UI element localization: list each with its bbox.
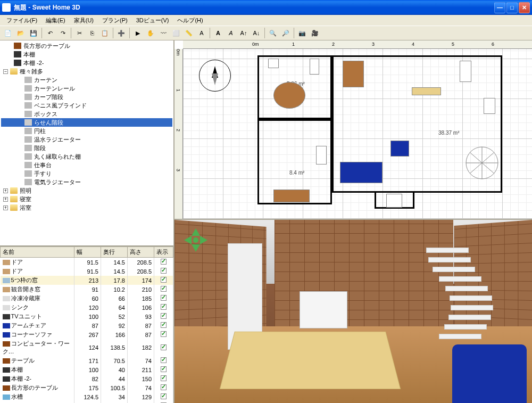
undo-button[interactable]: ↶: [44, 27, 56, 39]
tree-item[interactable]: 仕事台: [1, 161, 172, 169]
col-depth[interactable]: 奥行: [101, 247, 128, 258]
select-tool-button[interactable]: ▶: [132, 27, 144, 39]
expand-icon[interactable]: +: [3, 188, 8, 193]
text-size-down-button[interactable]: A↓: [251, 27, 262, 39]
menu-plan[interactable]: プラン(P): [98, 15, 132, 26]
armchair-3d[interactable]: [452, 344, 527, 403]
tree-item[interactable]: 温水ラジエーター: [1, 135, 172, 144]
tree-item[interactable]: ベニス風ブラインド: [1, 101, 172, 110]
tree-item[interactable]: 階段: [1, 144, 172, 152]
pan-tool-button[interactable]: ✋: [145, 27, 156, 39]
furniture-list-table[interactable]: 名前 幅 奥行 高さ 表示 ドア 91.514.5208.5 ドア 91.514…: [0, 246, 173, 403]
redo-button[interactable]: ↷: [57, 27, 69, 39]
tree-item[interactable]: 長方形のテーブル: [1, 42, 172, 50]
text-tool-button[interactable]: A: [196, 27, 207, 39]
visible-checkbox[interactable]: [161, 322, 167, 328]
furniture-item[interactable]: [460, 61, 471, 82]
visible-checkbox[interactable]: [161, 259, 167, 265]
expand-icon[interactable]: +: [3, 205, 8, 210]
tree-item[interactable]: カーテンレール: [1, 84, 172, 93]
text-bold-button[interactable]: A: [212, 27, 224, 39]
sofa-icon[interactable]: [340, 162, 383, 183]
close-button[interactable]: ✕: [519, 2, 530, 13]
table-row[interactable]: 5つ枠の窓 21317.8174: [1, 276, 173, 285]
spiral-stairs-3d[interactable]: [428, 238, 492, 339]
tree-item[interactable]: 手すり: [1, 169, 172, 178]
tree-item[interactable]: 円柱: [1, 127, 172, 135]
minimize-button[interactable]: —: [494, 2, 505, 13]
visible-checkbox[interactable]: [161, 384, 167, 390]
nav-up-button[interactable]: [192, 224, 200, 236]
visible-checkbox[interactable]: [161, 331, 167, 337]
tree-item[interactable]: 電気ラジエーター: [1, 178, 172, 186]
3d-view[interactable]: [174, 220, 532, 403]
visible-checkbox[interactable]: [161, 366, 167, 372]
nav-right-button[interactable]: [200, 236, 212, 244]
col-width[interactable]: 幅: [74, 247, 101, 258]
cut-button[interactable]: ✂: [73, 27, 85, 39]
table-row[interactable]: テーブル 17170.574: [1, 356, 173, 365]
visible-checkbox[interactable]: [161, 304, 167, 310]
tree-item[interactable]: カーブ階段: [1, 93, 172, 101]
table-row[interactable]: アームチェア 879287: [1, 321, 173, 330]
menu-3dview[interactable]: 3Dビュー(V): [132, 15, 173, 26]
visible-checkbox[interactable]: [161, 344, 167, 350]
table-3d[interactable]: [220, 332, 401, 389]
visible-checkbox[interactable]: [161, 393, 167, 399]
plan-canvas[interactable]: 5.86 m² 8.4 m² 38.37 m²: [183, 49, 532, 219]
col-height[interactable]: 高さ: [128, 247, 154, 258]
plan-2d-view[interactable]: 0m 1 2 3 4 5 6 0m 1 2 3: [174, 40, 532, 220]
nav-center-button[interactable]: [193, 237, 198, 243]
round-table-icon[interactable]: [273, 82, 305, 109]
col-name[interactable]: 名前: [1, 247, 74, 258]
collapse-icon[interactable]: −: [3, 69, 8, 74]
save-button[interactable]: 💾: [28, 27, 39, 39]
zoom-out-button[interactable]: 🔎: [280, 27, 292, 39]
armchair-icon[interactable]: [390, 141, 409, 157]
nav-down-button[interactable]: [192, 244, 200, 256]
tv-unit-icon[interactable]: [386, 194, 402, 208]
tree-folder[interactable]: +照明: [1, 186, 172, 195]
table-row[interactable]: 水槽 124.534129: [1, 392, 173, 401]
expand-icon[interactable]: +: [3, 197, 8, 202]
video-button[interactable]: 🎥: [309, 27, 321, 39]
col-visible[interactable]: 表示: [154, 247, 173, 258]
floor-plan[interactable]: 5.86 m² 8.4 m² 38.37 m²: [257, 55, 502, 210]
furniture-item[interactable]: [268, 59, 279, 68]
furniture-catalog-tree[interactable]: 長方形のテーブル本棚本棚 -2- − 種々雑多 カーテンカーテンレールカーブ階段…: [0, 40, 173, 246]
compass-icon[interactable]: [199, 60, 231, 92]
paste-button[interactable]: 📋: [99, 27, 111, 39]
table-row[interactable]: シンク 12064106: [1, 303, 173, 312]
rect-table-icon[interactable]: [273, 190, 310, 202]
sink-3d[interactable]: [300, 291, 347, 328]
visible-checkbox[interactable]: [161, 268, 167, 274]
furniture-item[interactable]: [484, 98, 495, 114]
menu-file[interactable]: ファイル(F): [2, 15, 41, 26]
table-row[interactable]: コンピューター・ワーク… 124138.5182: [1, 339, 173, 356]
dimension-tool-button[interactable]: 📏: [183, 27, 195, 39]
zoom-in-button[interactable]: 🔍: [267, 27, 279, 39]
tree-item-spiral-stairs[interactable]: らせん階段: [1, 118, 172, 127]
table-row[interactable]: 本棚 10040211: [1, 365, 173, 374]
tree-folder[interactable]: +寝室: [1, 195, 172, 203]
table-row[interactable]: 冷凍冷蔵庫 6066185: [1, 294, 173, 303]
table-row[interactable]: ドア 91.514.5208.5: [1, 258, 173, 267]
wall-tool-button[interactable]: 〰: [157, 27, 169, 39]
tree-item[interactable]: カーテン: [1, 76, 172, 84]
visible-checkbox[interactable]: [161, 295, 167, 301]
copy-button[interactable]: ⎘: [86, 27, 98, 39]
visible-checkbox[interactable]: [161, 277, 167, 283]
table-row[interactable]: 長方形のテーブル 175100.574: [1, 383, 173, 392]
tree-folder[interactable]: +浴室: [1, 203, 172, 212]
table-icon[interactable]: [412, 87, 441, 95]
nav-left-button[interactable]: [180, 236, 192, 244]
text-italic-button[interactable]: A: [225, 27, 237, 39]
tree-item[interactable]: 本棚: [1, 50, 172, 59]
photo-button[interactable]: 📷: [296, 27, 308, 39]
tree-item[interactable]: 本棚 -2-: [1, 59, 172, 67]
table-row[interactable]: 観音開き窓 9110.2210: [1, 285, 173, 294]
desk-icon[interactable]: [343, 61, 364, 87]
maximize-button[interactable]: □: [506, 2, 518, 13]
room-tool-button[interactable]: ⬜: [170, 27, 182, 39]
tree-item[interactable]: ボックス: [1, 110, 172, 118]
